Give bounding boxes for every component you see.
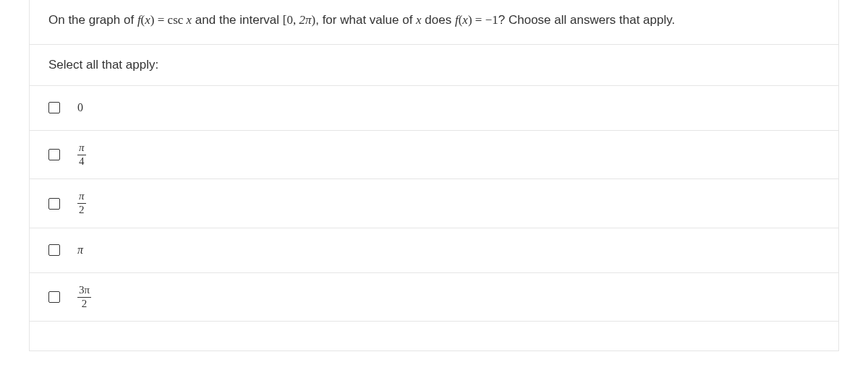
checkbox[interactable] — [48, 291, 60, 303]
fraction-denominator: 2 — [77, 298, 91, 310]
question-fragment: On the graph of — [48, 13, 137, 27]
question-fragment: , for what value of — [315, 13, 416, 27]
question-text: On the graph of f(x) = csc x and the int… — [30, 0, 838, 45]
option-label: 3π 2 — [77, 285, 91, 310]
fraction-denominator: 4 — [77, 155, 86, 168]
math-x: x — [462, 13, 468, 27]
question-fragment: and the interval — [192, 13, 283, 27]
math-neg-one: −1 — [485, 13, 498, 27]
option-row[interactable]: π 2 — [30, 179, 838, 228]
spacer-row — [30, 322, 838, 350]
option-label: π — [77, 244, 83, 257]
math-csc: csc — [168, 13, 184, 27]
math-x: x — [145, 13, 150, 27]
fraction: π 2 — [77, 191, 86, 216]
fraction: 3π 2 — [77, 285, 91, 310]
math-equals: = — [472, 13, 485, 27]
fraction-numerator: π — [77, 191, 86, 204]
checkbox[interactable] — [48, 102, 60, 113]
option-label: π 2 — [77, 191, 86, 216]
checkbox[interactable] — [48, 198, 60, 210]
checkbox[interactable] — [48, 149, 60, 160]
question-container: On the graph of f(x) = csc x and the int… — [29, 0, 839, 351]
fraction-numerator: 3π — [77, 285, 91, 298]
fraction-numerator: π — [77, 142, 86, 155]
checkbox[interactable] — [48, 244, 60, 256]
option-label: π 4 — [77, 142, 86, 168]
math-equals: = — [155, 13, 168, 27]
math-two-pi: 2π — [299, 13, 311, 27]
option-row[interactable]: π 4 — [30, 131, 838, 180]
fraction-denominator: 2 — [77, 204, 86, 216]
option-row[interactable]: π — [30, 228, 838, 273]
math-x: x — [416, 13, 422, 27]
option-label: 0 — [77, 101, 83, 114]
math-zero: 0 — [286, 13, 293, 27]
question-fragment: does — [422, 13, 455, 27]
question-fragment: ? Choose all answers that apply. — [498, 13, 675, 27]
option-row[interactable]: 0 — [30, 86, 838, 131]
select-prompt: Select all that apply: — [30, 45, 838, 86]
fraction: π 4 — [77, 142, 86, 168]
option-row[interactable]: 3π 2 — [30, 273, 838, 322]
math-x: x — [183, 13, 192, 27]
